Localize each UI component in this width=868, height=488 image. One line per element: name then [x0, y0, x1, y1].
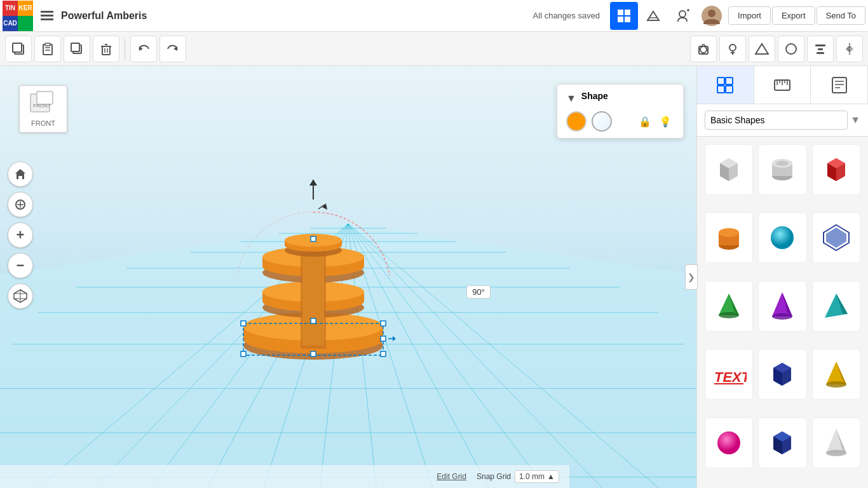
- logo-blank: [18, 16, 33, 31]
- svg-rect-112: [311, 236, 316, 241]
- export-btn[interactable]: Export: [772, 6, 815, 25]
- panel-collapse-btn[interactable]: ▼: [566, 93, 576, 104]
- lock-icon[interactable]: 🔒: [636, 114, 654, 129]
- snap-input[interactable]: 1.0 mm ▲: [515, 470, 559, 483]
- shape-item-cone-purple[interactable]: [758, 281, 806, 332]
- copy-btn[interactable]: [5, 36, 32, 62]
- paste-btn[interactable]: [34, 36, 61, 62]
- logo[interactable]: TIN KER CAD: [3, 1, 33, 31]
- svg-point-165: [826, 450, 846, 456]
- shape-item-pyramid-green[interactable]: [705, 281, 753, 332]
- profile-add-btn[interactable]: [668, 2, 696, 30]
- shape-item-cylinder-gray[interactable]: [758, 144, 806, 195]
- select-arrow-icon: ▼: [850, 114, 860, 126]
- svg-rect-105: [241, 351, 246, 356]
- zoom-in-btn[interactable]: +: [8, 222, 33, 248]
- separator-1: [125, 39, 125, 59]
- shape-panel: ▼ Shape 🔒 💡: [557, 84, 684, 139]
- duplicate-btn[interactable]: [64, 36, 90, 62]
- user-avatar-btn[interactable]: [698, 2, 726, 30]
- 3d-object[interactable]: [224, 174, 402, 380]
- build-view-btn[interactable]: [639, 2, 667, 30]
- svg-point-148: [772, 313, 792, 320]
- svg-rect-16: [45, 43, 50, 46]
- undo-btn[interactable]: [130, 36, 157, 62]
- shape-item-prism-navy[interactable]: [758, 349, 806, 400]
- color-swatch-orange[interactable]: [566, 111, 587, 132]
- tab-notes[interactable]: [811, 66, 868, 104]
- fit-btn[interactable]: [8, 192, 33, 217]
- svg-rect-14: [13, 43, 22, 52]
- camera-btn[interactable]: [690, 36, 717, 62]
- spool-svg: [224, 174, 402, 377]
- svg-rect-103: [241, 321, 246, 326]
- svg-rect-37: [817, 52, 824, 54]
- panel-header: Basic Shapes ▼: [697, 104, 868, 137]
- shape-item-box-navy[interactable]: [758, 417, 806, 468]
- shapes-grid: TEXT: [697, 137, 868, 488]
- svg-rect-108: [311, 351, 316, 356]
- lightbulb-icon[interactable]: 💡: [656, 114, 674, 129]
- project-title[interactable]: Powerful Amberis: [61, 10, 533, 22]
- grid-view-btn[interactable]: [610, 2, 638, 30]
- svg-rect-104: [381, 321, 386, 326]
- shapes-dropdown[interactable]: Basic Shapes: [705, 111, 848, 130]
- left-controls: + −: [8, 161, 43, 309]
- svg-rect-97: [302, 247, 324, 346]
- front-label: FRONT FRONT: [19, 85, 67, 133]
- shape-item-sphere-teal[interactable]: [758, 212, 806, 263]
- import-btn[interactable]: Import: [728, 6, 771, 25]
- snap-control: Snap Grid 1.0 mm ▲: [477, 470, 559, 483]
- shape-item-text-red[interactable]: TEXT: [705, 349, 753, 400]
- svg-marker-39: [846, 45, 850, 53]
- edit-grid-link[interactable]: Edit Grid: [437, 472, 466, 481]
- align-btn[interactable]: [807, 36, 834, 62]
- send-to-btn[interactable]: Send To: [817, 6, 865, 25]
- svg-rect-107: [311, 318, 316, 323]
- redo-btn[interactable]: [159, 36, 186, 62]
- logo-cad: CAD: [3, 16, 18, 31]
- tab-grid[interactable]: [697, 66, 754, 104]
- svg-text:FRONT: FRONT: [33, 103, 51, 109]
- shape-item-cone-teal[interactable]: [812, 281, 860, 332]
- shape-item-sphere-pink[interactable]: [705, 417, 753, 468]
- svg-marker-149: [825, 294, 848, 318]
- mirror-btn[interactable]: [836, 36, 863, 62]
- home-btn[interactable]: [8, 161, 33, 187]
- logo-tin: TIN: [3, 1, 18, 16]
- svg-rect-6: [625, 17, 630, 22]
- color-row: 🔒 💡: [566, 111, 674, 132]
- shape-item-shape-blue[interactable]: [812, 212, 860, 263]
- svg-point-12: [708, 10, 715, 17]
- svg-rect-3: [618, 10, 623, 15]
- svg-marker-142: [826, 227, 846, 248]
- viewport[interactable]: FRONT FRONT ▼ Shape 🔒 💡: [0, 66, 696, 488]
- shape-item-box-gray[interactable]: [705, 144, 753, 195]
- svg-marker-111: [393, 336, 396, 341]
- top-bar: TIN KER CAD Powerful Amberis All changes…: [0, 0, 868, 32]
- svg-rect-78: [37, 92, 53, 104]
- color-swatch-glass[interactable]: [592, 111, 612, 132]
- shape-panel-title: Shape: [581, 91, 608, 101]
- shape-item-cylinder-orange[interactable]: [705, 212, 753, 263]
- svg-marker-81: [309, 179, 317, 186]
- panel-tabs: [697, 66, 868, 104]
- menu-icon[interactable]: [36, 4, 58, 27]
- shape-item-box-red[interactable]: [812, 144, 860, 195]
- panel-collapse-btn[interactable]: ❯: [685, 264, 698, 290]
- chevron-right-icon: ❯: [688, 272, 695, 282]
- delete-btn[interactable]: [93, 36, 119, 62]
- light-btn[interactable]: [719, 36, 746, 62]
- zoom-out-btn[interactable]: −: [8, 253, 33, 278]
- svg-point-140: [771, 226, 794, 249]
- nav-icons: [610, 2, 726, 30]
- view-cube-btn[interactable]: [8, 283, 33, 309]
- tab-ruler[interactable]: [754, 66, 811, 104]
- shape-item-pyramid-yellow[interactable]: [812, 349, 860, 400]
- shape-item-cone-white[interactable]: [812, 417, 860, 468]
- circle-btn[interactable]: [778, 36, 804, 62]
- svg-point-139: [719, 228, 739, 237]
- svg-rect-0: [41, 11, 53, 13]
- svg-point-30: [729, 44, 736, 51]
- shape-btn[interactable]: [749, 36, 775, 62]
